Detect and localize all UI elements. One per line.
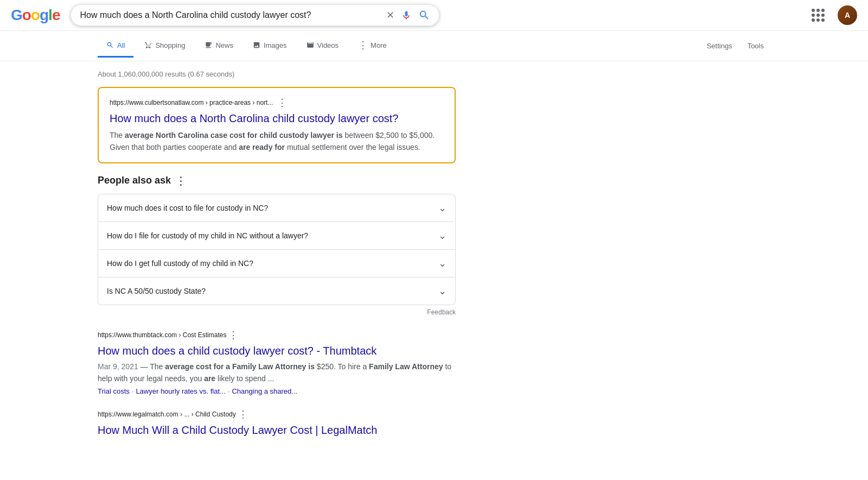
google-logo[interactable]: Google (11, 7, 60, 24)
sub-link-1[interactable]: Trial costs (98, 387, 130, 395)
sub-link-3[interactable]: Changing a shared... (232, 387, 297, 395)
paa-title: People also ask (98, 175, 171, 186)
logo-o2: o (31, 7, 40, 23)
tab-more[interactable]: ⋮ More (349, 33, 395, 59)
tab-images[interactable]: Images (244, 35, 296, 58)
search-bar[interactable]: How much does a North Carolina child cus… (71, 4, 439, 26)
search-input[interactable]: How much does a North Carolina child cus… (80, 10, 382, 20)
search-icons: ✕ (386, 9, 430, 21)
paa-question-3: How do I get full custody of my child in… (107, 259, 253, 268)
tab-news-label: News (215, 41, 233, 49)
organic-2-menu-icon[interactable]: ⋮ (238, 408, 248, 420)
logo-e: e (52, 7, 60, 23)
tab-shopping-label: Shopping (155, 41, 185, 49)
tab-all[interactable]: All (98, 35, 133, 58)
organic-1-date: Mar 9, 2021 (98, 362, 138, 371)
organic-result-1: https://www.thumbtack.com › Cost Estimat… (98, 329, 456, 395)
chevron-down-icon-4: ⌄ (438, 285, 446, 297)
logo-g: G (11, 7, 22, 23)
nav-tabs: All Shopping News Images Videos ⋮ More S… (0, 31, 868, 61)
organic-1-url: https://www.thumbtack.com › Cost Estimat… (98, 329, 456, 341)
featured-menu-icon[interactable]: ⋮ (277, 97, 287, 109)
featured-url: https://www.culbertsonatlaw.com › practi… (110, 97, 444, 109)
organic-1-menu-icon[interactable]: ⋮ (228, 329, 238, 341)
people-also-ask-section: People also ask ⋮ How much does it cost … (98, 174, 456, 316)
settings-link[interactable]: Settings (700, 37, 739, 54)
chevron-down-icon-2: ⌄ (438, 230, 446, 242)
organic-1-sub-links: Trial costs · Lawyer hourly rates vs. fl… (98, 387, 456, 395)
organic-2-url: https://www.legalmatch.com › ... › Child… (98, 408, 456, 420)
sub-link-2[interactable]: Lawyer hourly rates vs. flat... (136, 387, 225, 395)
paa-feedback[interactable]: Feedback (98, 308, 456, 316)
logo-o1: o (22, 7, 31, 23)
paa-item-2[interactable]: How do I file for custody of my child in… (98, 222, 456, 250)
results-count: About 1,060,000,000 results (0.67 second… (98, 70, 770, 78)
chevron-down-icon-1: ⌄ (438, 202, 446, 214)
paa-question-1: How much does it cost to file for custod… (107, 204, 268, 212)
featured-result: https://www.culbertsonatlaw.com › practi… (98, 87, 456, 163)
apps-icon (812, 9, 825, 22)
paa-menu-icon[interactable]: ⋮ (175, 174, 186, 187)
voice-search-button[interactable] (401, 10, 412, 21)
tools-link[interactable]: Tools (741, 37, 770, 54)
tab-videos[interactable]: Videos (298, 35, 348, 58)
images-icon (253, 41, 260, 49)
more-dots-icon: ⋮ (358, 39, 368, 51)
apps-button[interactable] (807, 4, 829, 26)
paa-header: People also ask ⋮ (98, 174, 456, 187)
header: Google How much does a North Carolina ch… (0, 0, 868, 31)
avatar[interactable]: A (838, 5, 857, 25)
organic-1-title[interactable]: How much does a child custody lawyer cos… (98, 343, 456, 358)
paa-item-3[interactable]: How do I get full custody of my child in… (98, 250, 456, 277)
tab-images-label: Images (264, 41, 287, 49)
header-right: A (807, 4, 857, 26)
videos-icon (307, 41, 314, 49)
tab-news[interactable]: News (196, 35, 242, 58)
featured-title[interactable]: How much does a North Carolina child cus… (110, 111, 444, 126)
featured-snippet: The average North Carolina case cost for… (110, 129, 444, 154)
organic-result-2: https://www.legalmatch.com › ... › Child… (98, 408, 456, 438)
all-icon (106, 41, 114, 49)
clear-icon: ✕ (386, 9, 394, 21)
tab-all-label: All (117, 41, 125, 49)
shopping-icon (144, 41, 152, 49)
microphone-icon (401, 10, 412, 21)
tab-shopping[interactable]: Shopping (136, 35, 194, 58)
main-content: About 1,060,000,000 results (0.67 second… (0, 61, 868, 459)
search-button[interactable] (418, 9, 430, 21)
tab-videos-label: Videos (317, 41, 339, 49)
organic-2-title[interactable]: How Much Will a Child Custody Lawyer Cos… (98, 422, 456, 438)
clear-button[interactable]: ✕ (386, 9, 394, 21)
nav-settings: Settings Tools (700, 31, 770, 61)
news-icon (205, 41, 212, 49)
paa-item-4[interactable]: Is NC A 50/50 custody State? ⌄ (98, 277, 456, 305)
paa-question-2: How do I file for custody of my child in… (107, 231, 308, 240)
tab-more-label: More (371, 41, 387, 49)
paa-item-1[interactable]: How much does it cost to file for custod… (98, 194, 456, 222)
logo-g2: g (40, 7, 48, 23)
chevron-down-icon-3: ⌄ (438, 257, 446, 269)
paa-question-4: Is NC A 50/50 custody State? (107, 287, 206, 295)
avatar-initials: A (845, 11, 850, 20)
search-icon (418, 9, 430, 21)
organic-1-snippet: Mar 9, 2021 — The average cost for a Fam… (98, 361, 456, 385)
logo-l: l (48, 7, 52, 23)
